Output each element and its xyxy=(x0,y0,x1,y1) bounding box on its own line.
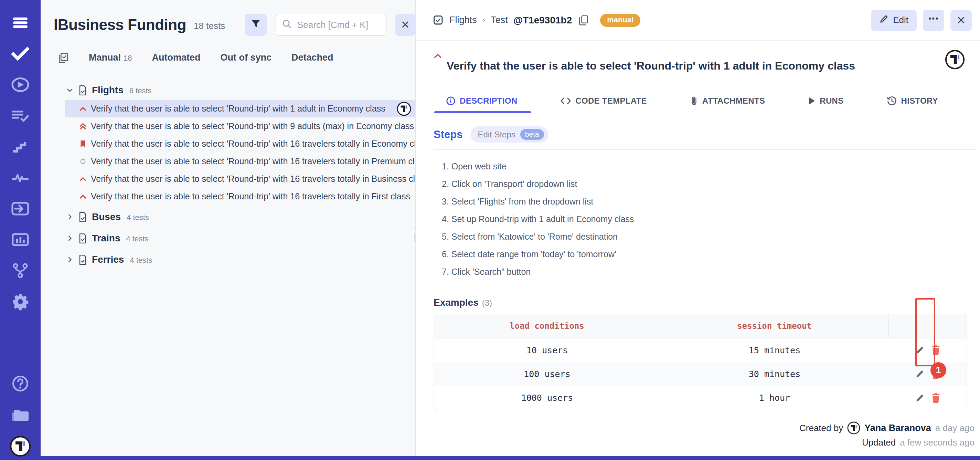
breadcrumb-folder[interactable]: Flights xyxy=(449,15,477,26)
code-icon xyxy=(560,97,571,105)
load-conditions-cell: 1000 users xyxy=(434,393,660,403)
sidebar-item-menu[interactable] xyxy=(0,14,41,32)
tab-manual[interactable]: Manual18 xyxy=(89,52,132,63)
more-options-button[interactable]: ⋯ xyxy=(923,10,944,31)
tab-automated[interactable]: Automated xyxy=(152,52,200,63)
sidebar-item-reports[interactable] xyxy=(0,232,41,249)
updated-label: Updated xyxy=(862,437,896,448)
close-icon: ✕ xyxy=(401,18,410,31)
sidebar-account-logo[interactable] xyxy=(0,437,41,455)
priority-normal-icon xyxy=(78,158,88,165)
detail-header: Flights › Test @T1e9301b2 manual Edit xyxy=(416,0,980,41)
row-actions xyxy=(889,345,967,355)
folder-row-flights[interactable]: Flights6 tests xyxy=(41,81,415,100)
test-label: Verify that the user is able to select '… xyxy=(91,104,415,113)
sidebar-item-help[interactable] xyxy=(0,375,41,393)
git-branch-icon xyxy=(12,263,29,280)
edit-button[interactable]: Edit xyxy=(871,10,917,31)
import-icon xyxy=(11,201,30,217)
tests-filter-tabs: Manual18AutomatedOut of syncDetached xyxy=(41,45,415,70)
tab-detached[interactable]: Detached xyxy=(291,52,333,63)
session-timeout-cell: 15 minutes xyxy=(660,345,889,355)
play-icon xyxy=(808,96,816,105)
sidebar-item-settings[interactable] xyxy=(0,293,41,311)
priority-critical-icon xyxy=(78,140,88,148)
tab-label: RUNS xyxy=(820,96,843,106)
chevron-right-icon[interactable] xyxy=(66,256,74,264)
folder-tests-count: 4 tests xyxy=(126,235,148,243)
panel-resize-handle[interactable] xyxy=(413,228,416,248)
tab-code-template[interactable]: CODE TEMPLATE xyxy=(560,96,647,106)
priority-high-icon xyxy=(78,177,88,182)
folder-name: Ferries xyxy=(92,254,124,265)
tab-description[interactable]: DESCRIPTION xyxy=(446,96,517,106)
tab-label: ATTACHMENTS xyxy=(702,96,765,106)
steps-section: Steps Edit Steps beta 1. Open web site2.… xyxy=(434,126,975,281)
sidebar-item-import[interactable] xyxy=(0,200,41,218)
examples-heading: Examples xyxy=(434,297,479,308)
detail-actions: Edit ⋯ ✕ xyxy=(871,10,972,31)
sidebar-item-analytics[interactable] xyxy=(0,169,41,187)
filter-button[interactable] xyxy=(245,14,267,36)
column-header-actions xyxy=(889,314,967,338)
tab-label: HISTORY xyxy=(901,96,938,106)
delete-example-button[interactable] xyxy=(931,393,940,403)
pencil-icon xyxy=(879,14,889,26)
test-label: Verify that the user is able to select '… xyxy=(91,174,415,184)
examples-table-header: load conditionssession timeout xyxy=(434,314,967,339)
chevron-right-icon[interactable] xyxy=(66,235,74,242)
main-sidebar xyxy=(0,0,41,460)
tab-attachments[interactable]: ATTACHMENTS xyxy=(690,96,765,106)
tab-label: Out of sync xyxy=(221,52,272,63)
copy-test-id-button[interactable] xyxy=(579,15,589,26)
tab-label: Automated xyxy=(152,52,200,63)
chevron-down-icon[interactable] xyxy=(66,86,74,94)
bottom-accent-bar xyxy=(41,456,980,460)
sidebar-item-steps[interactable] xyxy=(0,138,41,157)
edit-example-button[interactable] xyxy=(915,345,925,355)
delete-example-button[interactable] xyxy=(931,345,940,355)
test-label: Verify that the user is able to select '… xyxy=(91,139,415,149)
close-panel-button[interactable]: ✕ xyxy=(395,14,415,36)
test-id: @T1e9301b2 xyxy=(514,15,572,26)
sidebar-item-branches[interactable] xyxy=(0,262,41,280)
test-row[interactable]: Verify that the user is able to select '… xyxy=(65,153,415,170)
edit-example-button[interactable] xyxy=(915,393,925,403)
sidebar-item-test-plans[interactable] xyxy=(0,107,41,125)
meta-info: Created by Yana Baranova a day ago Updat… xyxy=(416,420,975,449)
test-row[interactable]: Verify that the user is able to select '… xyxy=(65,188,415,205)
select-all-icon[interactable] xyxy=(58,52,69,63)
example-row: 10 users15 minutes xyxy=(434,339,967,362)
author-name: Yana Baranova xyxy=(864,423,931,433)
tab-out-of-sync[interactable]: Out of sync xyxy=(221,52,272,63)
breadcrumb-test-label: Test xyxy=(491,15,508,26)
sidebar-item-runs[interactable] xyxy=(0,77,41,94)
file-check-icon xyxy=(78,254,88,265)
folder-row-trains[interactable]: Trains4 tests xyxy=(41,228,415,248)
close-detail-button[interactable]: ✕ xyxy=(950,10,972,31)
folder-row-buses[interactable]: Buses4 tests xyxy=(41,207,415,227)
manual-badge: manual xyxy=(600,14,640,27)
edit-steps-button[interactable]: Edit Steps beta xyxy=(471,126,548,142)
test-row[interactable]: Verify that the user is able to select '… xyxy=(65,170,415,188)
project-title: IBusiness Funding xyxy=(54,16,186,34)
step-item: 7. Click 'Search" button xyxy=(442,263,975,281)
test-row[interactable]: Verify that the user is able to select '… xyxy=(65,135,415,153)
column-header-load-conditions: load conditions xyxy=(434,314,660,338)
sidebar-item-projects[interactable] xyxy=(0,406,41,424)
test-row[interactable]: Verify that the user is able to select '… xyxy=(65,100,415,117)
edit-button-label: Edit xyxy=(893,15,908,26)
test-row[interactable]: Verify that the user is able to select '… xyxy=(65,117,415,135)
tests-list-panel: IBusiness Funding 18 tests ✕ xyxy=(41,0,416,460)
chevron-right-icon[interactable] xyxy=(66,213,74,221)
close-icon: ✕ xyxy=(956,14,966,27)
paperclip-icon xyxy=(690,96,698,106)
search-input[interactable] xyxy=(297,19,380,30)
folder-tests-count: 4 tests xyxy=(127,213,149,222)
edit-example-button[interactable] xyxy=(915,369,925,379)
sidebar-item-tests[interactable] xyxy=(0,45,41,63)
tab-runs[interactable]: RUNS xyxy=(808,96,843,106)
folder-row-ferries[interactable]: Ferries4 tests xyxy=(41,250,415,269)
tab-history[interactable]: HISTORY xyxy=(887,96,938,106)
example-row: 100 users30 minutes xyxy=(434,362,967,386)
